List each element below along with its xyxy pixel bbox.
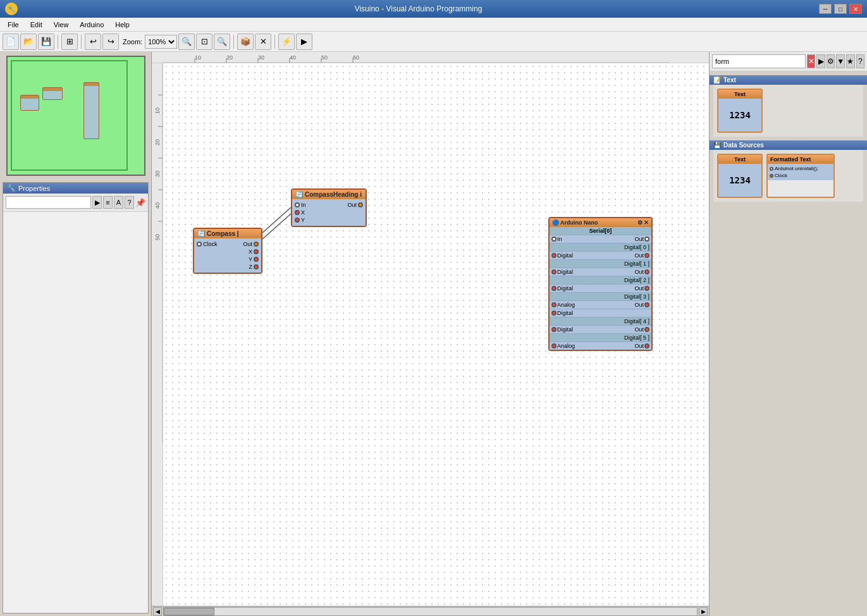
d1-out-label: Out — [634, 269, 644, 275]
fmt-text-port-2[interactable] — [770, 174, 773, 178]
d1-digital-label: Digital — [557, 269, 573, 275]
data-sources-header[interactable]: 💾 Data Sources — [710, 140, 867, 150]
d0-out-port[interactable] — [644, 253, 649, 258]
zoom-in-button[interactable]: 🔍 — [178, 34, 195, 50]
properties-search-input[interactable] — [6, 196, 91, 209]
delete-button[interactable]: ✕ — [255, 34, 271, 50]
canvas[interactable]: 🔄 Compass | Clock Out X — [163, 63, 709, 606]
d1-left-port[interactable] — [551, 269, 556, 274]
heading-row-in: In Out — [295, 201, 363, 209]
canvas-hscroll[interactable]: ◀ ▶ — [152, 606, 709, 616]
hscroll-track[interactable] — [163, 607, 698, 616]
heading-row-x: X — [295, 209, 363, 216]
search-input[interactable] — [712, 54, 806, 68]
zoom-select[interactable]: 50% 75% 100% 150% 200% — [145, 35, 177, 49]
d2-left-port[interactable] — [551, 286, 556, 291]
d5-out-port[interactable] — [644, 343, 649, 348]
search-go-button[interactable]: ▶ — [816, 54, 825, 68]
menu-arduino[interactable]: Arduino — [75, 20, 109, 30]
arduino-compile-button[interactable]: ▶ — [296, 34, 312, 50]
grid-button[interactable]: ⊞ — [61, 34, 78, 50]
properties-header: 🔧 Properties — [3, 183, 148, 194]
props-pin-button[interactable]: 📌 — [135, 196, 145, 209]
component-lib-button[interactable]: 📦 — [237, 34, 254, 50]
d0-left-port[interactable] — [551, 253, 556, 258]
search-filter-button[interactable]: ▼ — [836, 54, 845, 68]
text-section-header[interactable]: 📝 Text — [710, 75, 867, 85]
search-settings-button[interactable]: ⚙ — [827, 54, 835, 68]
search-clear-button[interactable]: ✕ — [807, 54, 815, 68]
d4-out-label: Out — [634, 326, 644, 333]
compass-out-port[interactable] — [254, 242, 259, 247]
hscroll-thumb[interactable] — [164, 608, 214, 615]
arduino-d4-header: Digital[ 4 ] — [550, 317, 651, 326]
window-title: Visuino - Visual Arduino Programming — [18, 4, 819, 13]
redo-button[interactable]: ↪ — [102, 34, 119, 50]
props-category-button[interactable]: ≡ — [103, 196, 113, 209]
d4-digital-label: Digital — [557, 326, 573, 333]
close-button[interactable]: ✕ — [849, 4, 862, 14]
formatted-text-comp-box[interactable]: Formatted Text Arduinot uninstall(); Clo… — [766, 154, 835, 198]
zoom-fit-button[interactable]: ⊡ — [196, 34, 212, 50]
properties-toolbar: ▶ ≡ A ? 📌 — [3, 194, 148, 212]
compass-node[interactable]: 🔄 Compass | Clock Out X — [193, 228, 262, 274]
compass-row-z: Z — [197, 263, 259, 271]
menu-edit[interactable]: Edit — [25, 20, 47, 30]
new-button[interactable]: 📄 — [3, 34, 19, 50]
text-section-body: Text 1234 — [713, 85, 863, 137]
svg-text:60: 60 — [353, 54, 359, 61]
properties-panel: 🔧 Properties ▶ ≡ A ? 📌 — [3, 182, 149, 613]
compass-clock-in-port[interactable] — [197, 242, 202, 247]
heading-in-port[interactable] — [295, 202, 300, 207]
d5-out-label: Out — [634, 343, 644, 349]
compass-heading-node[interactable]: 🔄 CompassHeading i In Out X — [291, 188, 367, 227]
d1-out-port[interactable] — [644, 269, 649, 274]
heading-out-port[interactable] — [358, 202, 363, 207]
heading-x-port[interactable] — [295, 210, 300, 215]
menu-file[interactable]: File — [3, 20, 24, 30]
save-button[interactable]: 💾 — [38, 34, 54, 50]
arduino-upload-button[interactable]: ⚡ — [278, 34, 295, 50]
text-comp-box[interactable]: Text 1234 — [717, 89, 763, 133]
ds-text-comp-box[interactable]: Text 1234 — [717, 154, 763, 198]
hscroll-left-btn[interactable]: ◀ — [153, 607, 162, 616]
open-button[interactable]: 📂 — [20, 34, 37, 50]
props-go-button[interactable]: ▶ — [92, 196, 102, 209]
restore-button[interactable]: □ — [834, 4, 847, 14]
compass-y-port[interactable] — [254, 257, 259, 262]
arduino-settings-icon[interactable]: ⚙ — [637, 219, 643, 226]
d3-analog-port[interactable] — [551, 302, 556, 307]
svg-text:40: 40 — [290, 54, 296, 61]
minimize-button[interactable]: ─ — [819, 4, 832, 14]
hscroll-right-btn[interactable]: ▶ — [699, 607, 708, 616]
props-help-button[interactable]: ? — [125, 196, 134, 209]
fmt-text-port-1[interactable] — [770, 167, 773, 171]
svg-text:50: 50 — [321, 54, 328, 61]
zoom-out-button[interactable]: 🔍 — [214, 34, 230, 50]
d3-digital-port[interactable] — [551, 311, 556, 316]
heading-x-label: X — [301, 209, 305, 216]
d4-left-port[interactable] — [551, 327, 556, 332]
serial-in-port[interactable] — [551, 237, 556, 242]
serial-out-port[interactable] — [644, 237, 649, 242]
menu-help[interactable]: Help — [110, 20, 135, 30]
d5-analog-label: Analog — [557, 343, 575, 349]
data-sources-comp-row: Text 1234 Formatted Text Arduin — [717, 154, 859, 198]
props-alpha-button[interactable]: A — [114, 196, 123, 209]
d3-analog-out-port[interactable] — [644, 302, 649, 307]
search-bookmark-button[interactable]: ★ — [846, 54, 854, 68]
arduino-d5-header: Digital[ 5 ] — [550, 334, 651, 342]
menu-view[interactable]: View — [49, 20, 74, 30]
arduino-node[interactable]: 🔵 Arduino Nano ⚙ ✕ Serial[0] In Out — [548, 217, 653, 351]
compass-x-port[interactable] — [254, 249, 259, 254]
compass-z-port[interactable] — [254, 264, 259, 269]
left-panel: 🔧 Properties ▶ ≡ A ? 📌 — [0, 52, 152, 616]
heading-y-port[interactable] — [295, 218, 300, 223]
search-help-button[interactable]: ? — [856, 54, 864, 68]
undo-button[interactable]: ↩ — [85, 34, 101, 50]
d5-analog-port[interactable] — [551, 343, 556, 348]
d2-out-port[interactable] — [644, 286, 649, 291]
d4-out-port[interactable] — [644, 327, 649, 332]
arduino-close-icon[interactable]: ✕ — [644, 219, 649, 226]
search-bar: ✕ ▶ ⚙ ▼ ★ ? — [710, 52, 867, 71]
